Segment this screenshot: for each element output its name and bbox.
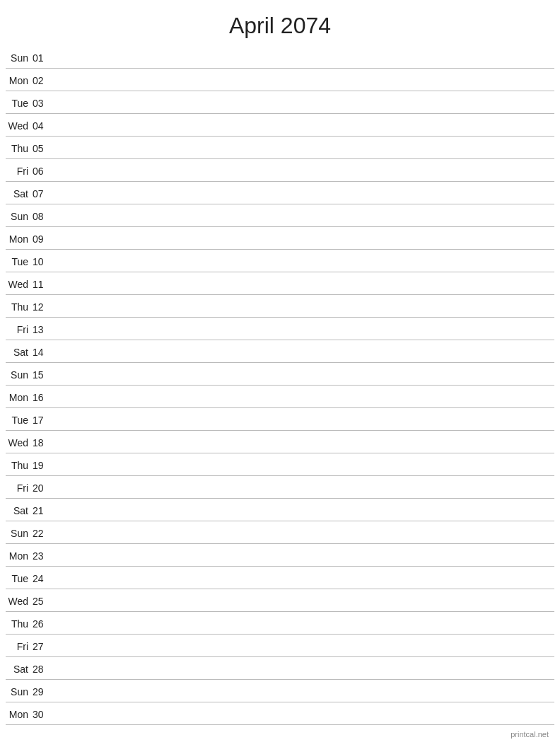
day-line (52, 668, 554, 669)
day-name: Thu (6, 460, 33, 471)
day-number: 24 (33, 573, 52, 584)
day-row: Thu19 (6, 453, 554, 476)
day-number: 26 (33, 618, 52, 630)
day-number: 18 (33, 437, 52, 448)
day-line (52, 442, 554, 443)
day-number: 04 (33, 120, 52, 132)
calendar-grid: Sun01Mon02Tue03Wed04Thu05Fri06Sat07Sun08… (0, 46, 560, 725)
day-number: 13 (33, 324, 52, 335)
day-line (52, 80, 554, 81)
day-row: Tue10 (6, 250, 554, 272)
day-row: Sun15 (6, 363, 554, 386)
day-row: Mon16 (6, 386, 554, 408)
day-row: Thu26 (6, 612, 554, 635)
day-name: Mon (6, 392, 33, 403)
day-line (52, 57, 554, 58)
day-name: Thu (6, 618, 33, 630)
day-row: Mon09 (6, 227, 554, 250)
day-line (52, 352, 554, 352)
day-name: Fri (6, 641, 33, 652)
day-line (52, 170, 554, 171)
day-number: 08 (33, 211, 52, 222)
day-row: Fri20 (6, 476, 554, 499)
day-line (52, 125, 554, 126)
day-row: Sat14 (6, 340, 554, 363)
day-number: 19 (33, 460, 52, 471)
day-name: Wed (6, 279, 33, 290)
day-line (52, 465, 554, 465)
day-name: Sun (6, 528, 33, 539)
day-row: Fri13 (6, 318, 554, 340)
day-row: Tue24 (6, 567, 554, 589)
day-line (52, 533, 554, 533)
day-number: 02 (33, 75, 52, 86)
day-number: 11 (33, 279, 52, 290)
day-row: Sun01 (6, 46, 554, 69)
page-title: April 2074 (0, 0, 560, 46)
day-name: Fri (6, 166, 33, 177)
day-line (52, 419, 554, 420)
day-line (52, 646, 554, 647)
day-number: 21 (33, 505, 52, 516)
footer-credit: printcal.net (511, 730, 549, 739)
day-line (52, 216, 554, 216)
day-row: Fri06 (6, 159, 554, 182)
day-line (52, 623, 554, 624)
day-name: Tue (6, 573, 33, 584)
day-number: 14 (33, 347, 52, 358)
day-number: 01 (33, 52, 52, 64)
day-row: Wed11 (6, 272, 554, 295)
day-line (52, 284, 554, 284)
day-name: Sat (6, 664, 33, 675)
day-row: Tue03 (6, 91, 554, 114)
day-line (52, 578, 554, 579)
day-name: Sat (6, 505, 33, 516)
day-name: Tue (6, 256, 33, 267)
day-line (52, 329, 554, 330)
day-name: Sat (6, 347, 33, 358)
day-number: 28 (33, 664, 52, 675)
day-row: Sun22 (6, 521, 554, 544)
day-line (52, 103, 554, 103)
day-name: Fri (6, 324, 33, 335)
day-name: Sun (6, 211, 33, 222)
day-line (52, 148, 554, 149)
day-row: Wed18 (6, 431, 554, 453)
day-line (52, 691, 554, 692)
day-row: Thu12 (6, 295, 554, 318)
day-name: Wed (6, 437, 33, 448)
day-line (52, 601, 554, 601)
day-row: Fri27 (6, 635, 554, 657)
day-name: Sun (6, 686, 33, 697)
day-name: Tue (6, 415, 33, 426)
day-name: Mon (6, 233, 33, 245)
day-number: 05 (33, 143, 52, 154)
day-number: 03 (33, 98, 52, 109)
day-name: Mon (6, 75, 33, 86)
day-number: 09 (33, 233, 52, 245)
day-line (52, 397, 554, 398)
day-number: 30 (33, 709, 52, 720)
day-row: Thu05 (6, 137, 554, 159)
day-number: 23 (33, 550, 52, 562)
day-line (52, 238, 554, 239)
day-number: 10 (33, 256, 52, 267)
day-name: Wed (6, 120, 33, 132)
day-number: 12 (33, 301, 52, 313)
day-line (52, 714, 554, 714)
day-row: Sat07 (6, 182, 554, 204)
day-number: 07 (33, 188, 52, 199)
day-row: Sat28 (6, 657, 554, 680)
day-name: Thu (6, 301, 33, 313)
day-name: Wed (6, 596, 33, 607)
day-number: 27 (33, 641, 52, 652)
day-row: Sun08 (6, 204, 554, 227)
day-row: Wed25 (6, 589, 554, 612)
day-number: 16 (33, 392, 52, 403)
day-name: Sun (6, 52, 33, 64)
day-number: 15 (33, 369, 52, 381)
day-row: Mon23 (6, 544, 554, 567)
day-number: 06 (33, 166, 52, 177)
day-number: 25 (33, 596, 52, 607)
day-name: Fri (6, 482, 33, 494)
